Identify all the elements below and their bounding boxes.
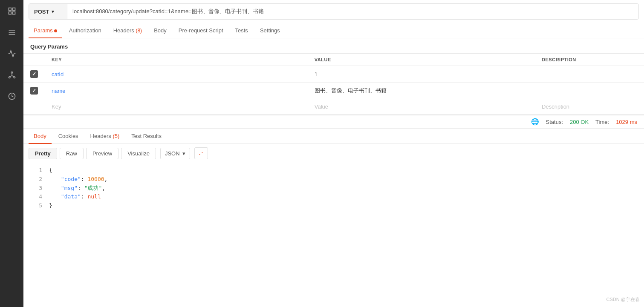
time-label: Time:	[595, 119, 609, 125]
empty-desc[interactable]: Description	[542, 103, 569, 110]
svg-rect-1	[12, 8, 15, 11]
row1-key[interactable]: catId	[52, 71, 64, 77]
tab-pre-request[interactable]: Pre-request Script	[173, 23, 228, 38]
row1-key-cell: catId	[45, 66, 308, 83]
empty-key-cell: Key	[45, 99, 308, 115]
table-row-empty: Key Value Description	[23, 99, 644, 115]
empty-key[interactable]: Key	[52, 103, 61, 110]
params-dot	[54, 29, 57, 32]
response-tabs: Body Cookies Headers (5) Test Results	[23, 129, 644, 144]
svg-rect-3	[12, 12, 15, 14]
main-content: POST ▾ Params Authorization Headers (8) …	[23, 3, 644, 307]
url-bar: POST ▾	[29, 3, 639, 20]
row1-desc-cell	[535, 66, 644, 83]
response-tools: Pretty Raw Preview Visualize JSON ▾ ⇌	[23, 144, 644, 163]
response-section: 🌐 Status: 200 OK Time: 1029 ms Body Cook…	[23, 115, 644, 214]
empty-value-cell: Value	[308, 99, 535, 115]
params-table: KEY VALUE DESCRIPTION catId 1	[23, 53, 644, 115]
sidebar	[0, 0, 23, 307]
tab-body[interactable]: Body	[149, 23, 172, 38]
history-icon[interactable]	[5, 4, 19, 18]
empty-desc-cell: Description	[535, 99, 644, 115]
row2-value-cell: 图书、音像、电子书刊、书籍	[308, 83, 535, 99]
code-line-1: 1{	[30, 166, 637, 175]
row2-desc-cell	[535, 83, 644, 99]
raw-button[interactable]: Raw	[60, 148, 84, 159]
response-headers-badge: (5)	[113, 133, 119, 139]
watermark: CSDN @宁在春	[606, 296, 640, 303]
time-value: 1029 ms	[616, 119, 637, 125]
col-checkbox	[23, 54, 45, 66]
row2-checkbox[interactable]	[30, 87, 38, 95]
tree-icon[interactable]	[5, 68, 19, 82]
request-tabs: Params Authorization Headers (8) Body Pr…	[23, 23, 644, 38]
svg-point-4	[11, 72, 12, 73]
tab-params[interactable]: Params	[29, 23, 62, 38]
method-label: POST	[34, 9, 49, 15]
collection-icon[interactable]	[5, 26, 19, 39]
status-value: 200 OK	[570, 119, 589, 125]
response-tab-headers[interactable]: Headers (5)	[85, 129, 125, 143]
row1-value[interactable]: 1	[315, 71, 318, 77]
visualize-button[interactable]: Visualize	[121, 148, 156, 159]
col-key: KEY	[45, 54, 308, 66]
svg-line-9	[12, 76, 14, 77]
tab-authorization[interactable]: Authorization	[64, 23, 107, 38]
svg-point-5	[9, 77, 10, 78]
method-chevron-icon: ▾	[52, 9, 54, 14]
row2-value[interactable]: 图书、音像、电子书刊、书籍	[315, 87, 387, 94]
json-format-selector[interactable]: JSON ▾	[160, 148, 190, 159]
tab-tests[interactable]: Tests	[230, 23, 253, 38]
svg-line-8	[9, 76, 12, 77]
response-tab-cookies[interactable]: Cookies	[53, 129, 84, 143]
wrap-button[interactable]: ⇌	[194, 147, 208, 159]
code-line-4: 4 "data": null	[30, 192, 637, 201]
tab-settings[interactable]: Settings	[255, 23, 285, 38]
row1-checkbox[interactable]	[30, 70, 38, 78]
row1-value-cell: 1	[308, 66, 535, 83]
json-chevron-icon: ▾	[182, 150, 185, 157]
globe-icon: 🌐	[531, 118, 539, 126]
row1-checkbox-cell	[23, 66, 45, 83]
code-line-2: 2 "code": 10000,	[30, 175, 637, 184]
row2-checkbox-cell	[23, 83, 45, 99]
empty-value[interactable]: Value	[315, 103, 328, 110]
svg-point-6	[14, 77, 15, 78]
chart-icon[interactable]	[5, 47, 19, 60]
svg-rect-2	[9, 12, 11, 14]
col-description: DESCRIPTION	[535, 54, 644, 66]
status-label: Status:	[546, 119, 563, 125]
table-row: name 图书、音像、电子书刊、书籍	[23, 83, 644, 99]
response-code: 1{ 2 "code": 10000, 3 "msg": "成功", 4 "da…	[23, 163, 644, 214]
status-area: 🌐 Status: 200 OK Time: 1029 ms	[23, 115, 644, 129]
table-row: catId 1	[23, 66, 644, 83]
method-selector[interactable]: POST ▾	[29, 4, 67, 19]
clock-icon[interactable]	[5, 89, 19, 103]
code-line-5: 5}	[30, 201, 637, 210]
response-tab-body[interactable]: Body	[29, 129, 52, 143]
tab-headers[interactable]: Headers (8)	[108, 23, 147, 38]
query-params-label: Query Params	[23, 38, 644, 53]
pretty-button[interactable]: Pretty	[29, 148, 57, 159]
response-tab-test-results[interactable]: Test Results	[126, 129, 167, 143]
code-line-3: 3 "msg": "成功",	[30, 184, 637, 193]
wrap-icon: ⇌	[199, 150, 203, 157]
row2-key[interactable]: name	[52, 88, 66, 94]
url-input[interactable]	[67, 9, 638, 15]
row2-key-cell: name	[45, 83, 308, 99]
col-value: VALUE	[308, 54, 535, 66]
preview-button[interactable]: Preview	[86, 148, 118, 159]
svg-rect-0	[9, 8, 11, 11]
